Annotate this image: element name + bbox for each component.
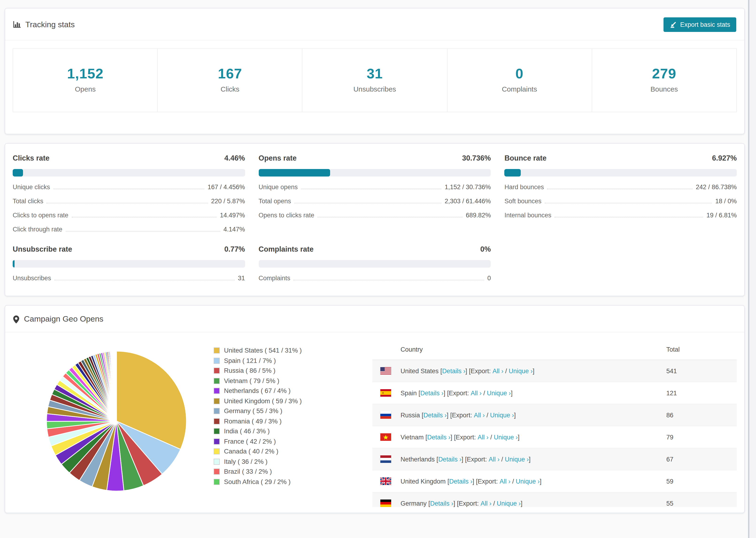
legend-item: Italy ( 36 / 2% ) <box>214 457 354 467</box>
location-pin-icon <box>13 315 19 323</box>
export-all-link[interactable]: All › <box>489 456 500 463</box>
legend-label: Netherlands ( 67 / 4% ) <box>224 388 291 395</box>
legend-label: Germany ( 55 / 3% ) <box>224 408 282 415</box>
dotted-leader <box>555 217 703 217</box>
country-name: Germany <box>401 500 427 507</box>
progress-fill <box>13 169 23 177</box>
stat-row-value: 18 / 0% <box>715 198 737 205</box>
details-link[interactable]: Details › <box>442 367 465 374</box>
dotted-leader <box>317 217 462 217</box>
stat-cell: 0Complaints <box>447 49 592 112</box>
legend-swatch <box>214 408 220 414</box>
geo-table: Country Total United States [Details ›] … <box>372 339 737 507</box>
details-link[interactable]: Details › <box>423 411 447 418</box>
stat-row-value: 167 / 4.456% <box>207 184 245 190</box>
country-name: United Kingdom <box>401 478 446 485</box>
legend-item: Russia ( 86 / 5% ) <box>214 366 354 376</box>
legend-swatch <box>214 378 220 384</box>
legend-label: Italy ( 36 / 2% ) <box>224 458 268 465</box>
legend-item: Brazil ( 33 / 2% ) <box>214 467 354 477</box>
legend-label: United States ( 541 / 31% ) <box>224 347 302 354</box>
export-unique-link[interactable]: Unique › <box>490 411 514 418</box>
export-all-link[interactable]: All › <box>500 478 511 485</box>
bar-chart-icon <box>13 21 21 28</box>
rates-grid: Clicks rate4.46%Unique clicks167 / 4.456… <box>5 144 744 296</box>
export-all-link[interactable]: All › <box>481 500 492 507</box>
legend-label: Russia ( 86 / 5% ) <box>224 367 275 374</box>
geo-header: Campaign Geo Opens <box>5 306 744 332</box>
stats-row: 1,152Opens167Clicks31Unsubscribes0Compla… <box>13 48 737 112</box>
dotted-leader <box>47 203 208 203</box>
country-cell: Germany [Details ›] [Export: All › / Uni… <box>372 500 666 507</box>
export-unique-link[interactable]: Unique › <box>505 456 529 463</box>
stat-label: Unsubscribes <box>303 85 447 93</box>
pie-slice <box>116 351 117 421</box>
stat-row: Unsubscribes31 <box>13 275 245 282</box>
stat-row: Total clicks220 / 5.87% <box>13 198 245 205</box>
geo-body: United States ( 541 / 31% )Spain ( 121 /… <box>5 332 744 512</box>
export-basic-stats-button[interactable]: Export basic stats <box>664 17 736 32</box>
total-cell: 86 <box>666 411 737 418</box>
country-cell: Netherlands [Details ›] [Export: All › /… <box>372 456 666 463</box>
stat-row-label: Hard bounces <box>505 184 544 190</box>
table-row: Germany [Details ›] [Export: All › / Uni… <box>372 493 737 507</box>
stat-row: Click through rate4.147% <box>13 226 245 233</box>
export-all-link[interactable]: All › <box>493 367 504 374</box>
dotted-leader <box>53 189 204 189</box>
total-cell: 121 <box>666 389 737 397</box>
es-flag-icon <box>380 389 391 397</box>
export-all-link[interactable]: All › <box>471 389 482 397</box>
details-link[interactable]: Details › <box>427 434 451 441</box>
export-all-link[interactable]: All › <box>474 411 485 418</box>
stat-cell: 279Bounces <box>592 49 736 112</box>
details-link[interactable]: Details › <box>449 478 472 485</box>
export-unique-link[interactable]: Unique › <box>487 389 511 397</box>
page-scrollbar[interactable] <box>748 0 756 538</box>
table-header-row: Country Total <box>372 339 737 360</box>
stat-row: Opens to clicks rate689.82% <box>258 212 491 219</box>
rate-block: Complaints rate0%Complaints0 <box>258 245 491 282</box>
details-link[interactable]: Details › <box>430 500 453 507</box>
legend-swatch <box>214 348 220 354</box>
progress-fill <box>258 169 330 177</box>
legend-item: United Kingdom ( 59 / 3% ) <box>214 396 354 406</box>
export-button-label: Export basic stats <box>680 21 730 28</box>
geo-title: Campaign Geo Opens <box>24 314 103 324</box>
export-unique-link[interactable]: Unique › <box>494 434 518 441</box>
stat-value: 167 <box>158 66 302 82</box>
details-link[interactable]: Details › <box>420 389 444 397</box>
tracking-stats-title: Tracking stats <box>26 20 75 29</box>
country-column-header: Country <box>372 346 666 353</box>
dotted-leader <box>72 217 217 217</box>
progress-bar <box>505 169 737 177</box>
stat-cell: 31Unsubscribes <box>303 49 447 112</box>
vn-flag-icon <box>380 433 391 441</box>
stat-row: Unique clicks167 / 4.456% <box>13 184 245 190</box>
legend-label: Vietnam ( 79 / 5% ) <box>224 377 279 385</box>
export-unique-link[interactable]: Unique › <box>509 367 533 374</box>
nl-flag-icon <box>380 456 391 463</box>
pie-legend: United States ( 541 / 31% )Spain ( 121 /… <box>214 346 354 487</box>
stat-row-label: Total clicks <box>13 198 43 205</box>
export-all-link[interactable]: All › <box>477 434 489 441</box>
rate-title: Opens rate <box>258 154 297 162</box>
gb-flag-icon <box>380 477 391 485</box>
stat-label: Clicks <box>158 85 302 93</box>
rate-percent: 30.736% <box>462 154 491 162</box>
table-row: Spain [Details ›] [Export: All › / Uniqu… <box>372 382 737 404</box>
legend-swatch <box>214 368 220 374</box>
export-unique-link[interactable]: Unique › <box>497 500 521 507</box>
stat-row: Soft bounces18 / 0% <box>505 198 737 205</box>
legend-swatch <box>214 428 220 435</box>
table-body: United States [Details ›] [Export: All ›… <box>372 360 737 507</box>
stat-row-value: 689.82% <box>466 212 491 219</box>
legend-item: France ( 42 / 2% ) <box>214 436 354 447</box>
table-row: Russia [Details ›] [Export: All › / Uniq… <box>372 404 737 426</box>
export-unique-link[interactable]: Unique › <box>516 478 540 485</box>
rate-percent: 4.46% <box>224 154 245 162</box>
stat-cell: 167Clicks <box>158 49 302 112</box>
dotted-leader <box>545 203 712 203</box>
rate-block: Opens rate30.736%Unique opens1,152 / 30.… <box>258 154 491 233</box>
details-link[interactable]: Details › <box>438 456 461 463</box>
rate-title: Unsubscribe rate <box>13 245 72 253</box>
